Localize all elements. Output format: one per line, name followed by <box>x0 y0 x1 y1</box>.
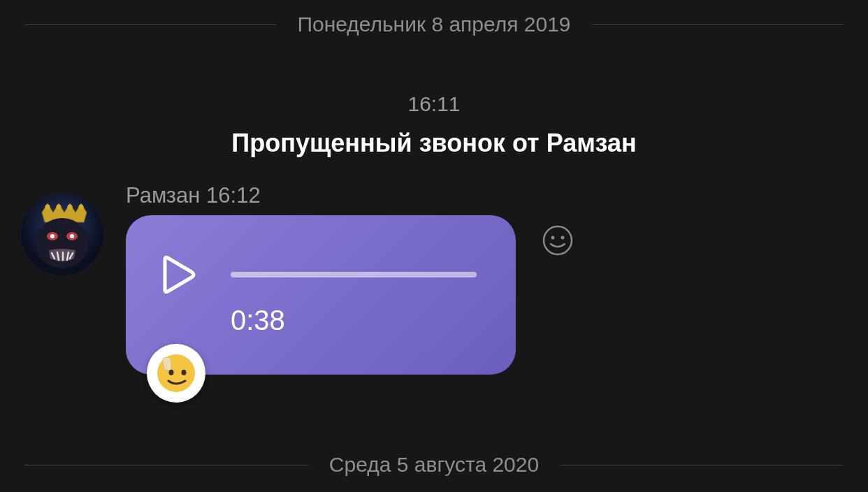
sender-name: Рамзан <box>126 183 200 208</box>
svg-point-13 <box>544 226 572 254</box>
svg-point-12 <box>182 370 187 375</box>
svg-point-3 <box>68 205 73 210</box>
svg-point-8 <box>50 234 55 238</box>
play-button[interactable] <box>158 254 198 295</box>
message-content: Рамзан 16:12 0:38 <box>126 183 516 375</box>
svg-point-1 <box>45 205 50 210</box>
voice-duration: 0:38 <box>231 305 484 336</box>
message-time: 16:12 <box>206 183 261 208</box>
divider-line <box>24 24 276 25</box>
sender-avatar[interactable] <box>21 193 103 275</box>
message-row: Рамзан 16:12 0:38 <box>21 183 516 375</box>
date-separator-top: Понедельник 8 апреля 2019 <box>0 13 868 36</box>
svg-point-11 <box>169 370 174 375</box>
sender-line: Рамзан 16:12 <box>126 183 516 208</box>
voice-controls-row <box>158 254 484 295</box>
svg-point-2 <box>57 205 62 210</box>
voice-progress-bar[interactable] <box>231 272 477 277</box>
date-label: Понедельник 8 апреля 2019 <box>276 13 591 36</box>
svg-point-14 <box>551 236 555 240</box>
svg-point-4 <box>79 205 84 210</box>
voice-message-bubble[interactable]: 0:38 <box>126 215 516 375</box>
divider-line <box>560 465 844 465</box>
svg-point-15 <box>561 236 565 240</box>
svg-point-9 <box>70 234 74 238</box>
reaction-badge[interactable] <box>147 344 205 403</box>
divider-line <box>24 465 308 465</box>
missed-call-notice: 16:11 Пропущенный звонок от Рамзан <box>0 92 868 158</box>
missed-call-text: Пропущенный звонок от Рамзан <box>0 129 868 158</box>
missed-call-time: 16:11 <box>0 92 868 116</box>
date-separator-bottom: Среда 5 августа 2020 <box>0 453 868 477</box>
date-label: Среда 5 августа 2020 <box>308 453 560 477</box>
divider-line <box>592 24 844 25</box>
add-reaction-button[interactable] <box>542 225 573 256</box>
